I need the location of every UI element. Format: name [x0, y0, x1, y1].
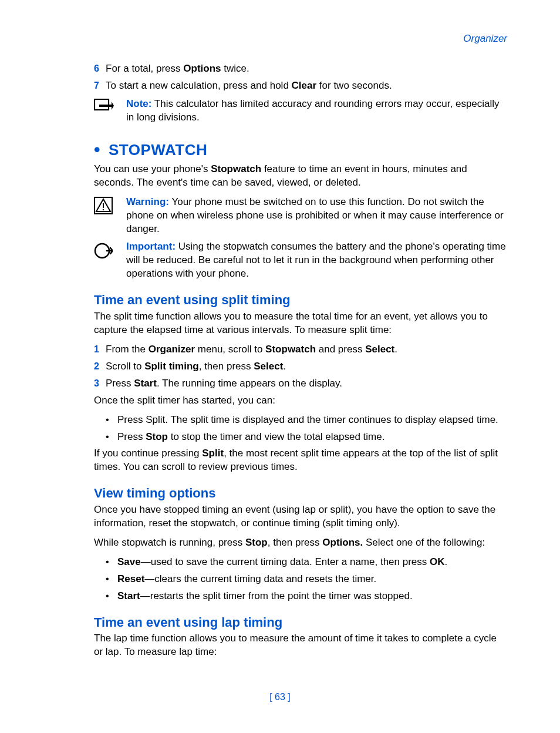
text-bold: OK	[430, 556, 445, 567]
text-run: , then press	[268, 537, 323, 548]
text-bold: Split	[202, 448, 224, 459]
text-run: twice.	[221, 63, 249, 74]
list-item: • Press Stop to stop the timer and view …	[106, 431, 507, 444]
step-number: 1	[94, 343, 106, 357]
list-item: • Reset—clears the current timing data a…	[106, 573, 507, 586]
list-item: 3 Press Start. The running time appears …	[94, 377, 507, 391]
text-run: Using the stopwatch consumes the battery…	[126, 241, 506, 279]
paragraph: Once the split timer has started, you ca…	[94, 394, 507, 408]
bullet-icon: •	[106, 590, 117, 603]
paragraph: Once you have stopped timing an event (u…	[94, 503, 507, 530]
text-run: Press	[117, 431, 146, 442]
text-bold: Stopwatch	[211, 163, 261, 174]
page: Organizer 6 For a total, press Options t…	[0, 0, 560, 733]
text-bold: Stop	[146, 431, 168, 442]
text-bold: Stopwatch	[265, 344, 316, 355]
paragraph: The split time function allows you to me…	[94, 310, 507, 337]
text-run: For a total, press	[106, 63, 183, 74]
text-bold: Start	[134, 378, 157, 389]
svg-point-3	[103, 209, 104, 210]
section-heading: • STOPWATCH	[94, 140, 507, 160]
text-run: This calculator has limited accuracy and…	[126, 98, 500, 123]
text-run: and press	[316, 344, 365, 355]
list-item: 7 To start a new calculation, press and …	[94, 79, 507, 93]
warning-label: Warning:	[126, 196, 169, 207]
text-bold: Organizer	[149, 344, 195, 355]
list-item: 1 From the Organizer menu, scroll to Sto…	[94, 343, 507, 357]
text-bold: Reset	[117, 573, 144, 584]
text-run: —used to save the current timing data. E…	[141, 556, 430, 567]
text-bold: Select	[365, 344, 394, 355]
text-run: From the	[106, 344, 149, 355]
paragraph: If you continue pressing Split, the most…	[94, 447, 507, 474]
text-bold: Save	[117, 556, 141, 567]
text-bold: Select	[254, 361, 283, 372]
list-item: • Save—used to save the current timing d…	[106, 556, 507, 569]
note-icon	[94, 97, 126, 125]
text-run: , then press	[199, 361, 254, 372]
text-run: .	[394, 344, 397, 355]
text-run: Press	[106, 378, 134, 389]
important-label: Important:	[126, 241, 176, 252]
list-item: 2 Scroll to Split timing, then press Sel…	[94, 360, 507, 374]
step-text: For a total, press Options twice.	[106, 62, 507, 76]
paragraph: You can use your phone's Stopwatch featu…	[94, 163, 507, 190]
note-text: Note: This calculator has limited accura…	[126, 97, 507, 125]
bullet-text: Press Split. The split time is displayed…	[117, 413, 507, 427]
step-number: 6	[94, 62, 106, 76]
subsection-heading: View timing options	[94, 485, 507, 502]
bullet-icon: •	[94, 141, 100, 159]
heading-text: STOPWATCH	[109, 140, 207, 160]
paragraph: The lap time function allows you to meas…	[94, 632, 507, 659]
paragraph: While stopwatch is running, press Stop, …	[94, 536, 507, 550]
text-run: Select one of the following:	[363, 537, 485, 548]
step-number: 7	[94, 79, 106, 93]
text-run: to stop the timer and view the total ela…	[168, 431, 384, 442]
note-block: Note: This calculator has limited accura…	[94, 97, 507, 125]
step-number: 3	[94, 377, 106, 391]
text-bold: Options.	[322, 537, 363, 548]
text-bold: Options	[183, 63, 221, 74]
text-run: To start a new calculation, press and ho…	[106, 80, 292, 91]
text-run: Your phone must be switched on to use th…	[126, 196, 504, 234]
header-section-label: Organizer	[94, 32, 507, 46]
text-run: menu, scroll to	[195, 344, 265, 355]
text-run: —clears the current timing data and rese…	[144, 573, 376, 584]
step-text: Press Start. The running time appears on…	[106, 377, 507, 391]
text-run: While stopwatch is running, press	[94, 537, 245, 548]
important-text: Important: Using the stopwatch consumes …	[126, 240, 507, 281]
step-text: To start a new calculation, press and ho…	[106, 79, 507, 93]
list-item: • Press Split. The split time is display…	[106, 413, 507, 427]
text-run: for two seconds.	[316, 80, 392, 91]
text-run: Scroll to	[106, 361, 144, 372]
text-run: If you continue pressing	[94, 448, 202, 459]
important-icon	[94, 240, 126, 281]
note-label: Note:	[126, 98, 151, 109]
text-run: —restarts the split timer from the point…	[140, 590, 413, 601]
step-text: From the Organizer menu, scroll to Stopw…	[106, 343, 507, 357]
step-number: 2	[94, 360, 106, 374]
text-bold: Stop	[245, 537, 268, 548]
bullet-text: Press Stop to stop the timer and view th…	[117, 431, 507, 444]
page-number: [ 63 ]	[0, 691, 560, 704]
text-bold: Start	[117, 590, 140, 601]
text-run: .	[283, 361, 286, 372]
bullet-icon: •	[106, 573, 117, 586]
important-block: Important: Using the stopwatch consumes …	[94, 240, 507, 281]
bullet-text: Save—used to save the current timing dat…	[117, 556, 507, 569]
step-text: Scroll to Split timing, then press Selec…	[106, 360, 507, 374]
warning-block: Warning: Your phone must be switched on …	[94, 196, 507, 236]
warning-icon	[94, 196, 126, 236]
subsection-heading: Time an event using split timing	[94, 291, 507, 309]
bullet-icon: •	[106, 413, 117, 427]
text-bold: Clear	[292, 80, 317, 91]
list-item: 6 For a total, press Options twice.	[94, 62, 507, 76]
bullet-icon: •	[106, 556, 117, 569]
text-run: . The running time appears on the displa…	[157, 378, 342, 389]
text-run: You can use your phone's	[94, 163, 211, 174]
bullet-text: Reset—clears the current timing data and…	[117, 573, 507, 586]
bullet-text: Start—restarts the split timer from the …	[117, 590, 507, 603]
subsection-heading: Time an event using lap timing	[94, 614, 507, 631]
text-bold: Split timing	[144, 361, 199, 372]
text-run: .	[445, 556, 448, 567]
